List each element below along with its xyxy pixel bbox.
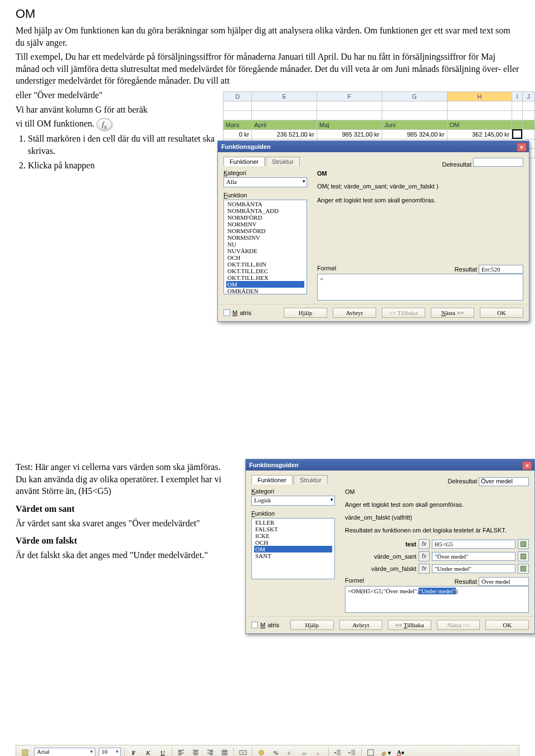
decrease-decimal-icon[interactable]: .0 [314,747,325,756]
list-item[interactable]: ELLER [254,519,332,526]
percent-icon[interactable]: % [270,747,281,756]
header-cell[interactable]: Mars [223,120,252,129]
merge-cells-icon[interactable] [237,747,249,756]
borders-icon[interactable] [365,747,376,756]
back-button[interactable]: << Tillbaka [382,308,425,318]
cell[interactable]: 362 145,00 kr [447,129,512,139]
list-item[interactable]: FALSKT [254,526,332,532]
cell[interactable] [512,120,522,129]
cell[interactable] [512,129,522,139]
matris-checkbox[interactable]: Matris [223,309,251,316]
matris-checkbox[interactable]: Matris [251,622,279,628]
underline-button[interactable]: U [157,747,168,756]
formula-field[interactable]: =OM(H5<G5;"Över medel";"Under medel") [345,586,529,613]
cell[interactable]: 985 324,00 kr [382,129,447,139]
list-item[interactable]: NUVÄRDE [226,248,304,254]
fx-button[interactable]: fx [419,564,430,574]
help-button[interactable]: Hjälp [290,620,334,630]
next-button[interactable]: Nästa >> [431,308,474,318]
header-cell[interactable]: Maj [317,120,382,129]
sant-input[interactable] [432,552,515,561]
falskt-input[interactable] [432,564,515,573]
header-cell[interactable]: Juni [382,120,447,129]
list-item[interactable]: NORMFÖRD [226,214,304,221]
fx-button[interactable]: fx [419,551,430,561]
fill-color-icon[interactable]: ▾ [380,747,392,756]
func-name: OM [345,488,529,496]
tab-funktioner[interactable]: Funktioner [223,157,265,166]
align-center-icon[interactable] [190,747,201,756]
increase-indent-icon[interactable] [347,747,358,756]
align-justify-icon[interactable] [219,747,230,756]
cell[interactable]: 985 321,00 kr [317,129,382,139]
align-left-icon[interactable] [176,747,187,756]
cell[interactable]: 236 521,00 kr [252,129,317,139]
cell[interactable] [522,120,534,129]
col-header[interactable]: D [223,91,252,101]
result-field: Över medel [479,577,529,586]
category-combo[interactable]: Logisk ▾ [251,496,335,506]
fx-icon[interactable]: fx [96,118,112,130]
bold-button[interactable]: F [128,747,139,756]
next-button[interactable]: Nästa >> [437,620,480,630]
dialog-titlebar[interactable]: Funktionsguiden × [218,141,529,152]
list-item[interactable]: OKT.TILL.BIN [226,261,304,268]
function-listbox[interactable]: ELLERFALSKTICKEOCHOMSANT [251,518,335,579]
col-header[interactable]: E [252,91,317,101]
number-format-icon[interactable]: .0 [285,747,296,756]
list-item[interactable]: OKT.TILL.HEX [226,274,304,281]
category-combo[interactable]: Alla ▾ [223,177,307,187]
shrink-icon[interactable] [518,539,529,549]
back-button[interactable]: << Tillbaka [388,620,431,630]
list-item[interactable]: NORMSINV [226,234,304,241]
font-color-icon[interactable]: A ▾ [395,747,406,756]
cell[interactable] [522,129,534,139]
list-item[interactable]: ICKE [254,532,332,539]
close-icon[interactable]: × [517,143,527,152]
list-item[interactable]: NU [226,241,304,248]
formula-field[interactable]: = [317,274,523,301]
ok-button[interactable]: OK [480,308,523,318]
header-cell[interactable]: April [252,120,317,129]
list-item[interactable]: OM [226,281,304,288]
cancel-button[interactable]: Avbryt [339,620,383,630]
test-input[interactable] [432,540,515,549]
italic-button[interactable]: K [143,747,154,756]
increase-decimal-icon[interactable]: .00 [299,747,310,756]
col-header[interactable]: I [512,91,522,101]
style-icon[interactable] [20,747,31,756]
fontsize-combo[interactable]: 10 [99,748,121,756]
list-item[interactable]: NORMSFÖRD [226,227,304,234]
list-item[interactable]: OM [254,546,332,553]
col-header[interactable]: H [447,91,512,101]
font-combo[interactable]: Arial [34,748,95,756]
list-item[interactable]: OKT.TILL.DEC [226,268,304,274]
col-header[interactable]: J [522,91,534,101]
help-button[interactable]: Hjälp [284,308,327,318]
tab-funktioner[interactable]: Funktioner [251,475,293,484]
list-item[interactable]: OCH [254,539,332,546]
list-item[interactable]: SANT [254,553,332,559]
cancel-button[interactable]: Avbryt [333,308,376,318]
col-header[interactable]: F [317,91,382,101]
tab-struktur[interactable]: Struktur [266,157,300,166]
fx-button[interactable]: fx [419,539,430,549]
col-header[interactable]: G [382,91,447,101]
ok-button[interactable]: OK [485,620,529,630]
decrease-indent-icon[interactable] [332,747,343,756]
list-item[interactable]: OCH [226,254,304,261]
shrink-icon[interactable] [518,551,529,561]
shrink-icon[interactable] [518,564,529,574]
close-icon[interactable]: × [522,461,532,470]
tab-struktur[interactable]: Struktur [294,475,328,484]
list-item[interactable]: NORMINV [226,221,304,227]
list-item[interactable]: NOMRÄNTA_ADD [226,207,304,214]
cell[interactable]: 0 kr [223,129,252,139]
list-item[interactable]: NOMRÄNTA [226,201,304,207]
align-right-icon[interactable] [205,747,216,756]
dialog-titlebar[interactable]: Funktionsguiden × [246,459,534,471]
function-listbox[interactable]: NOMRÄNTANOMRÄNTA_ADDNORMFÖRDNORMINVNORMS… [223,200,307,294]
currency-icon[interactable] [256,747,267,756]
header-cell[interactable]: OM [447,120,512,129]
list-item[interactable]: OMRÅDEN [226,288,304,294]
